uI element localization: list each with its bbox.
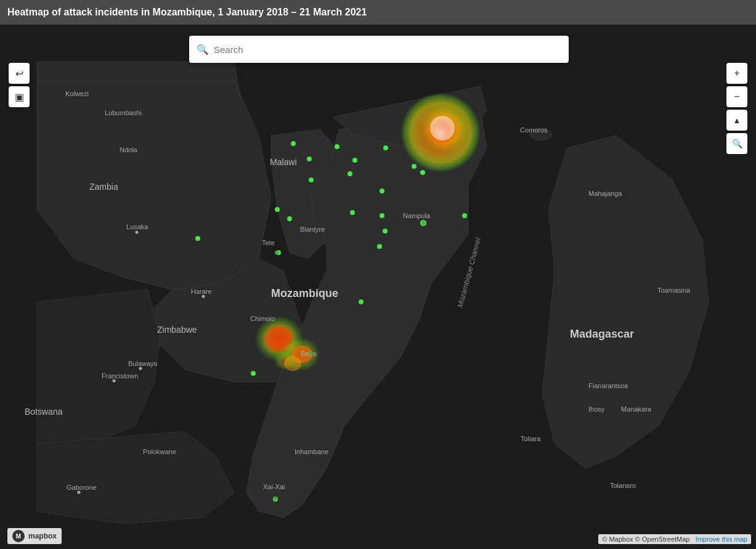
svg-point-31 <box>251 371 256 376</box>
svg-text:Lusaka: Lusaka <box>126 223 148 230</box>
svg-point-16 <box>348 171 352 176</box>
svg-text:Toamasina: Toamasina <box>657 287 691 294</box>
svg-point-15 <box>352 158 357 163</box>
svg-point-61 <box>274 497 277 500</box>
svg-point-54 <box>275 251 278 254</box>
svg-point-4 <box>430 116 455 140</box>
left-controls: ↩ ▣ <box>9 63 30 107</box>
svg-point-44 <box>139 367 142 370</box>
svg-point-25 <box>462 213 467 218</box>
geolocate-button[interactable]: 🔍 <box>726 133 747 154</box>
search-input[interactable] <box>214 44 561 55</box>
search-bar[interactable]: 🔍 <box>189 36 569 63</box>
svg-point-58 <box>309 351 312 355</box>
mapbox-logo-text: mapbox <box>28 532 57 540</box>
svg-point-21 <box>275 207 280 212</box>
svg-point-63 <box>421 221 425 225</box>
improve-map-link[interactable]: Improve this map <box>696 535 747 543</box>
svg-point-50 <box>78 491 81 494</box>
svg-text:Malawi: Malawi <box>270 157 297 167</box>
map-container: Kolwezi Lubumbashi Ndola Zambia Lusaka H… <box>0 25 756 549</box>
svg-text:Kolwezi: Kolwezi <box>65 90 89 97</box>
right-controls: + − ▲ 🔍 <box>726 63 747 154</box>
svg-text:Ihosy: Ihosy <box>588 405 605 413</box>
svg-point-11 <box>291 141 296 146</box>
svg-point-26 <box>383 229 388 234</box>
svg-point-17 <box>309 177 314 182</box>
svg-point-46 <box>113 380 116 383</box>
svg-text:Inhambane: Inhambane <box>295 448 328 455</box>
svg-point-13 <box>383 145 388 150</box>
svg-text:Nampula: Nampula <box>403 212 431 219</box>
svg-point-20 <box>420 170 425 175</box>
svg-text:Polokwane: Polokwane <box>143 448 176 455</box>
svg-text:Zambia: Zambia <box>89 182 118 192</box>
svg-point-18 <box>380 189 384 193</box>
svg-text:Blantyre: Blantyre <box>300 226 325 233</box>
svg-text:Mozambique: Mozambique <box>271 287 338 299</box>
svg-text:Toliara: Toliara <box>521 435 541 442</box>
svg-text:Madagascar: Madagascar <box>570 328 634 340</box>
title-bar: Heatmap of attack incidents in Mozambiqu… <box>0 0 756 25</box>
svg-text:Ndola: Ndola <box>120 146 138 153</box>
fullscreen-button[interactable]: ▣ <box>9 86 30 107</box>
zoom-in-button[interactable]: + <box>726 63 747 84</box>
svg-point-14 <box>307 157 312 161</box>
svg-point-39 <box>136 231 139 234</box>
svg-text:Francistown: Francistown <box>102 372 138 380</box>
svg-text:Lubumbashi: Lubumbashi <box>105 109 142 116</box>
svg-text:Manakara: Manakara <box>621 405 652 413</box>
svg-point-10 <box>284 356 301 371</box>
svg-text:Chimoio: Chimoio <box>250 315 275 322</box>
search-icon: 🔍 <box>197 44 209 55</box>
attribution: © Mapbox © OpenStreetMap Improve this ma… <box>598 534 751 544</box>
svg-text:Botswana: Botswana <box>25 407 63 417</box>
compass-button[interactable]: ▲ <box>726 110 747 131</box>
map-svg: Kolwezi Lubumbashi Ndola Zambia Lusaka H… <box>0 25 756 549</box>
svg-text:Zimbabwe: Zimbabwe <box>157 325 197 335</box>
mapbox-logo: M mapbox <box>7 528 62 544</box>
svg-point-12 <box>335 144 339 149</box>
attribution-text: © Mapbox © OpenStreetMap <box>602 535 689 543</box>
svg-text:Tolanaro: Tolanaro <box>610 482 636 489</box>
page-title: Heatmap of attack incidents in Mozambiqu… <box>7 7 367 18</box>
svg-point-41 <box>202 295 205 298</box>
svg-text:Comoros: Comoros <box>520 126 548 134</box>
svg-point-24 <box>380 213 384 218</box>
mapbox-logo-icon: M <box>12 530 25 542</box>
svg-text:Gaborone: Gaborone <box>67 484 97 491</box>
svg-point-27 <box>377 244 382 249</box>
svg-text:Tete: Tete <box>262 239 275 246</box>
svg-text:Bulawayo: Bulawayo <box>128 360 158 367</box>
svg-point-19 <box>412 164 417 169</box>
svg-point-22 <box>287 216 292 221</box>
svg-point-23 <box>350 210 355 215</box>
svg-text:Mahajanga: Mahajanga <box>588 190 622 197</box>
svg-text:Fianarantsoa: Fianarantsoa <box>588 382 628 389</box>
zoom-out-button[interactable]: − <box>726 86 747 107</box>
svg-text:Harare: Harare <box>191 288 212 295</box>
svg-point-30 <box>195 236 200 241</box>
pan-back-button[interactable]: ↩ <box>9 63 30 84</box>
svg-text:Xai-Xai: Xai-Xai <box>263 483 285 490</box>
svg-point-29 <box>359 299 364 304</box>
